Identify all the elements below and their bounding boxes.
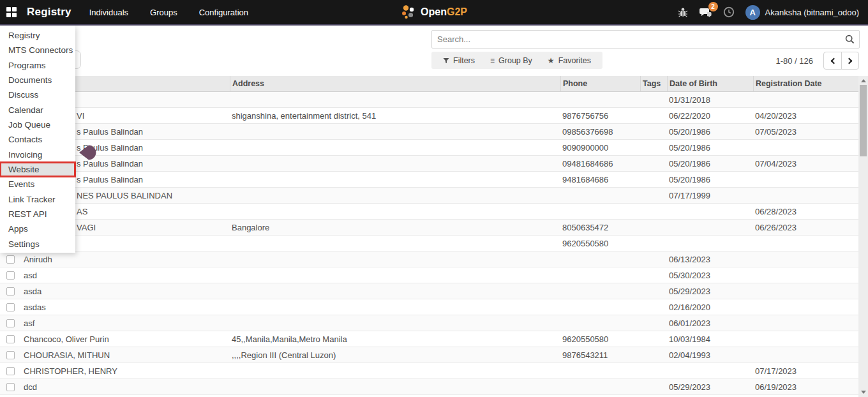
table-row[interactable]: VIshiganshina, entertainment district, 5… (0, 108, 858, 124)
cell-date-of-birth: 05/20/1986 (667, 124, 753, 139)
app-title[interactable]: Registry (27, 6, 71, 19)
table-row[interactable]: asdas02/16/2020 (0, 299, 858, 315)
search-input[interactable] (432, 34, 840, 44)
dropdown-item-rest-api[interactable]: REST API (0, 207, 75, 221)
table-row[interactable]: s Paulus Balindan0985637669805/20/198607… (0, 124, 858, 140)
scrollbar-down-arrow-icon[interactable] (861, 391, 866, 394)
cell-date-of-birth: 10/03/1984 (667, 331, 753, 347)
cell-registration-date (753, 251, 858, 267)
table-row[interactable]: Anirudh06/13/2023 (0, 251, 858, 267)
cell-address: Bangalore (230, 220, 560, 235)
dropdown-item-calendar[interactable]: Calendar (0, 103, 75, 117)
table-row[interactable]: VAGIBangalore805063547206/26/2023 (0, 220, 858, 236)
cell-phone: 09481684686 (560, 156, 640, 171)
pager-previous-button[interactable] (824, 52, 841, 69)
row-checkbox[interactable] (6, 367, 15, 375)
header-address[interactable]: Address (230, 76, 560, 91)
row-checkbox[interactable] (6, 271, 15, 280)
cell-phone: 9876543211 (560, 347, 640, 363)
dropdown-item-website[interactable]: Website (0, 162, 75, 177)
table-row[interactable]: CHOURASIA, MITHUN,,,,Region III (Central… (0, 347, 858, 363)
row-checkbox[interactable] (6, 383, 15, 391)
cell-address (230, 236, 560, 251)
table-row[interactable]: AS06/28/2023 (0, 204, 858, 220)
dropdown-item-discuss[interactable]: Discuss (0, 87, 75, 102)
filters-button[interactable]: Filters (435, 52, 483, 69)
table-row[interactable]: asf06/01/2023 (0, 315, 858, 331)
dropdown-item-link-tracker[interactable]: Link Tracker (0, 192, 75, 207)
cell-registration-date (753, 283, 858, 299)
cell-address (230, 204, 560, 219)
favorites-button[interactable]: ★ Favorites (540, 52, 599, 69)
table-row[interactable]: 9620550580 (0, 236, 858, 251)
cell-phone: 09856376698 (560, 124, 640, 139)
dropdown-item-registry[interactable]: Registry (0, 28, 75, 43)
cell-address (230, 188, 560, 203)
group-by-button[interactable]: ≡ Group By (483, 52, 540, 69)
table-row[interactable]: dcd05/29/202306/19/2023 (0, 379, 858, 395)
header-registration-date[interactable]: Registration Date (753, 76, 858, 91)
apps-menu-icon[interactable] (6, 7, 17, 17)
cell-date-of-birth: 05/20/1986 (667, 156, 753, 171)
messages-icon[interactable]: 2 (700, 6, 712, 19)
dropdown-item-contacts[interactable]: Contacts (0, 132, 75, 147)
user-menu[interactable]: A Akanksha (bitnami_odoo) (745, 5, 859, 20)
header-date-of-birth[interactable]: Date of Birth (667, 76, 753, 91)
pager-next-button[interactable] (841, 52, 858, 69)
activities-clock-icon[interactable] (722, 6, 735, 19)
header-phone[interactable]: Phone (560, 76, 640, 91)
row-checkbox[interactable] (6, 335, 15, 343)
scrollbar-up-arrow-icon[interactable] (861, 79, 866, 82)
cell-address (230, 92, 560, 107)
cell-tags (640, 331, 667, 347)
navbar-menu-item-individuals[interactable]: Individuals (80, 1, 137, 24)
row-checkbox[interactable] (6, 351, 15, 359)
cell-phone: 9876756756 (560, 108, 640, 123)
table-row[interactable]: asd05/30/2023 (0, 267, 858, 283)
table-body: 01/31/2018VIshiganshina, entertainment d… (0, 92, 858, 395)
pager: 1-80 / 126 (775, 52, 859, 70)
table-row[interactable]: s Paulus Balindan909090000005/20/1986 (0, 140, 858, 156)
dropdown-item-events[interactable]: Events (0, 177, 75, 191)
cell-registration-date (753, 299, 858, 315)
dropdown-item-invoicing[interactable]: Invoicing (0, 147, 75, 162)
table-row[interactable]: NES PAULUS BALINDAN07/17/1999 (0, 188, 858, 204)
cell-tags (640, 379, 667, 394)
dropdown-item-programs[interactable]: Programs (0, 58, 75, 73)
cell-date-of-birth: 07/17/1999 (667, 188, 753, 203)
table-row[interactable]: 01/31/2018 (0, 92, 858, 108)
table-row[interactable]: s Paulus Balindan948168468605/20/1986 (0, 172, 858, 188)
dropdown-item-documents[interactable]: Documents (0, 73, 75, 87)
cell-date-of-birth: 05/30/2023 (667, 267, 753, 283)
row-checkbox[interactable] (6, 255, 15, 264)
cell-tags (640, 220, 667, 235)
cell-date-of-birth: 06/22/2020 (667, 108, 753, 123)
scrollbar-thumb[interactable] (860, 85, 867, 156)
cell-tags (640, 236, 667, 251)
row-checkbox[interactable] (6, 303, 15, 311)
row-checkbox-cell (0, 251, 21, 267)
debug-bug-icon[interactable] (677, 6, 689, 19)
cell-registration-date: 07/04/2023 (753, 156, 858, 171)
table-row[interactable]: CHRISTOPHER, HENRY07/17/2023 (0, 363, 858, 379)
dropdown-item-job-queue[interactable]: Job Queue (0, 117, 75, 132)
table-row[interactable]: asda05/29/2023 (0, 283, 858, 299)
cell-registration-date (753, 92, 858, 107)
filter-funnel-icon (443, 57, 449, 64)
search-icon[interactable] (840, 31, 859, 48)
cell-phone: 9620550580 (560, 331, 640, 347)
navbar-menu-item-configuration[interactable]: Configuration (190, 1, 257, 24)
dropdown-item-settings[interactable]: Settings (0, 237, 75, 251)
table-row[interactable]: Chancoco, Oliver Purin45,,Manila,Manila,… (0, 331, 858, 347)
cell-tags (640, 299, 667, 315)
header-tags[interactable]: Tags (640, 76, 667, 91)
navbar-menu-item-groups[interactable]: Groups (141, 1, 186, 24)
cell-registration-date: 04/20/2023 (753, 108, 858, 123)
dropdown-item-apps[interactable]: Apps (0, 221, 75, 236)
table-row[interactable]: s Paulus Balindan0948168468605/20/198607… (0, 156, 858, 172)
row-checkbox[interactable] (6, 287, 15, 296)
row-checkbox[interactable] (6, 319, 15, 327)
vertical-scrollbar[interactable] (858, 76, 868, 397)
cell-date-of-birth: 06/13/2023 (667, 251, 753, 267)
dropdown-item-mts-connectors[interactable]: MTS Connectors (0, 43, 75, 57)
